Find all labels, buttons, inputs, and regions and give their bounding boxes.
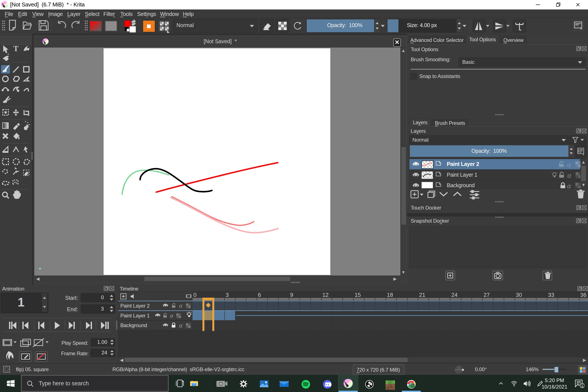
svg-text:α: α [179,302,183,309]
svg-text:α: α [567,172,572,178]
svg-text:α: α [170,312,174,319]
svg-text:1: 1 [581,384,583,388]
svg-text:α: α [179,322,183,329]
svg-text:α: α [567,161,571,168]
svg-text:α: α [567,182,571,188]
svg-text:T: T [13,45,18,53]
